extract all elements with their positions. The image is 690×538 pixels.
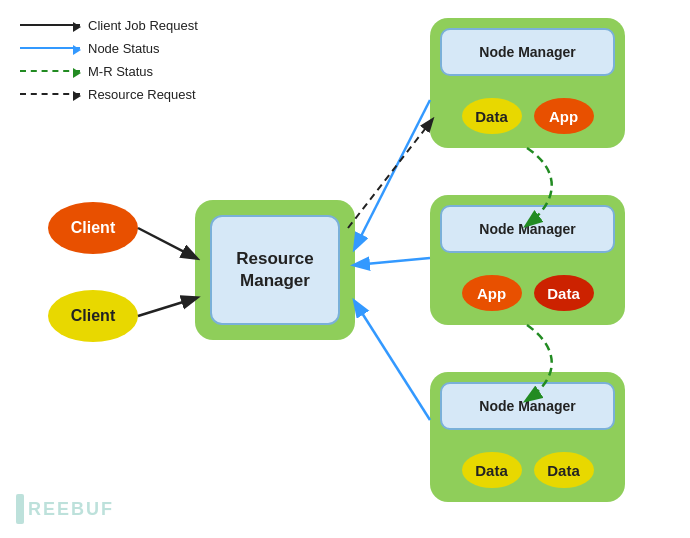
freebuf-text: REEBUF bbox=[28, 499, 114, 520]
legend-item-resource-request: Resource Request bbox=[20, 87, 198, 102]
node-pills-1: Data App bbox=[430, 98, 625, 134]
arrow-client-orange-rm bbox=[138, 228, 196, 258]
legend-line-green bbox=[20, 70, 80, 73]
pill-data-3b: Data bbox=[534, 452, 594, 488]
node-box-1: Node Manager Data App bbox=[430, 18, 625, 148]
legend: Client Job Request Node Status M-R Statu… bbox=[20, 18, 198, 102]
node-box-2: Node Manager App Data bbox=[430, 195, 625, 325]
node-manager-label-1: Node Manager bbox=[440, 28, 615, 76]
arrow-blue-icon bbox=[73, 45, 81, 55]
legend-item-node-status: Node Status bbox=[20, 41, 198, 56]
arrow-black2-icon bbox=[73, 91, 81, 101]
legend-line-black bbox=[20, 24, 80, 27]
node-manager-label-3: Node Manager bbox=[440, 382, 615, 430]
legend-label-resource-request: Resource Request bbox=[88, 87, 196, 102]
node-pills-3: Data Data bbox=[430, 452, 625, 488]
node-box-3: Node Manager Data Data bbox=[430, 372, 625, 502]
freebuf-bar-icon bbox=[16, 494, 24, 524]
arrow-client-yellow-rm bbox=[138, 298, 196, 316]
legend-item-client-job: Client Job Request bbox=[20, 18, 198, 33]
legend-label-client-job: Client Job Request bbox=[88, 18, 198, 33]
node-manager-label-2: Node Manager bbox=[440, 205, 615, 253]
arrow-nm2-rm-blue bbox=[355, 258, 430, 265]
resource-manager-box: ResourceManager bbox=[210, 215, 340, 325]
node-pills-2: App Data bbox=[430, 275, 625, 311]
resource-manager-label: ResourceManager bbox=[236, 248, 313, 292]
legend-label-mr-status: M-R Status bbox=[88, 64, 153, 79]
client-orange: Client bbox=[48, 202, 138, 254]
legend-item-mr-status: M-R Status bbox=[20, 64, 198, 79]
client-yellow: Client bbox=[48, 290, 138, 342]
arrow-black-icon bbox=[73, 22, 81, 32]
pill-data-1: Data bbox=[462, 98, 522, 134]
arrow-nm1-rm-blue bbox=[355, 100, 430, 248]
resource-manager-outer: ResourceManager bbox=[195, 200, 355, 340]
pill-app-2: App bbox=[462, 275, 522, 311]
arrow-rm-nm1-dash bbox=[348, 120, 432, 228]
diagram: Client Job Request Node Status M-R Statu… bbox=[0, 0, 690, 538]
legend-label-node-status: Node Status bbox=[88, 41, 160, 56]
arrow-green-icon bbox=[73, 68, 81, 78]
pill-data-2: Data bbox=[534, 275, 594, 311]
freebuf-watermark: REEBUF bbox=[16, 494, 114, 524]
legend-line-black-dash bbox=[20, 93, 80, 96]
arrow-nm3-rm-blue bbox=[355, 302, 430, 420]
pill-data-3a: Data bbox=[462, 452, 522, 488]
legend-line-blue bbox=[20, 47, 80, 50]
pill-app-1: App bbox=[534, 98, 594, 134]
